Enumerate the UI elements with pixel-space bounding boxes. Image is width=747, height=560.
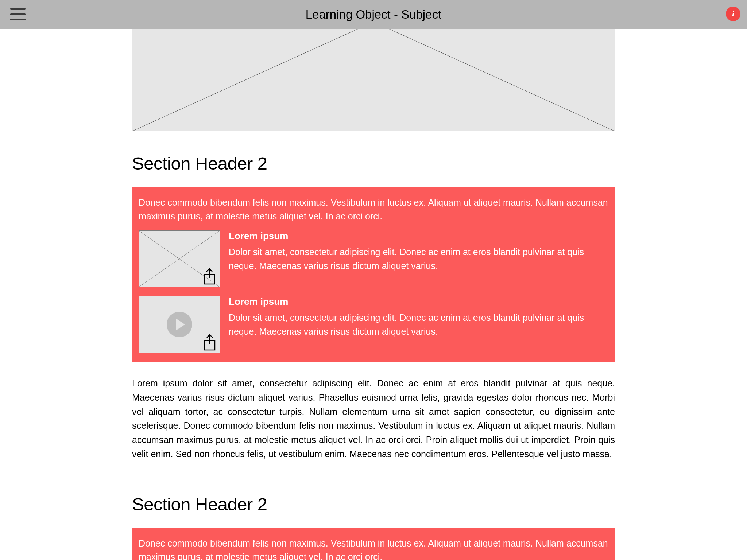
hero-image-placeholder (132, 29, 615, 131)
section-body: Lorem ipsum dolor sit amet, consectetur … (132, 376, 615, 461)
svg-line-0 (132, 29, 615, 131)
content-column: Section Header 2 Donec commodo bibendum … (132, 29, 615, 560)
highlight-intro: Donec commodo bibendum felis non maximus… (139, 196, 608, 223)
media-text: Lorem ipsum Dolor sit amet, consectetur … (229, 230, 608, 287)
media-row-video: Lorem ipsum Dolor sit amet, consectetur … (139, 296, 608, 353)
placeholder-cross-icon (132, 29, 615, 131)
media-row-image: Lorem ipsum Dolor sit amet, consectetur … (139, 230, 608, 287)
highlight-box: Donec commodo bibendum felis non maximus… (132, 528, 615, 560)
section-header: Section Header 2 (132, 494, 615, 517)
svg-line-1 (132, 29, 615, 131)
media-title: Lorem ipsum (229, 230, 608, 242)
media-title: Lorem ipsum (229, 296, 608, 307)
page-title: Learning Object - Subject (0, 8, 747, 22)
info-icon[interactable] (726, 7, 740, 21)
play-icon (167, 312, 192, 337)
share-icon[interactable] (202, 268, 217, 285)
content-scroll[interactable]: Section Header 2 Donec commodo bibendum … (0, 29, 747, 560)
video-thumbnail[interactable] (139, 296, 220, 353)
top-bar: Learning Object - Subject (0, 0, 747, 29)
media-description: Dolor sit amet, consectetur adipiscing e… (229, 245, 608, 273)
highlight-box: Donec commodo bibendum felis non maximus… (132, 187, 615, 362)
menu-icon[interactable] (10, 8, 26, 20)
highlight-intro: Donec commodo bibendum felis non maximus… (139, 537, 608, 560)
image-thumbnail[interactable] (139, 230, 220, 287)
section-header: Section Header 2 (132, 153, 615, 176)
media-description: Dolor sit amet, consectetur adipiscing e… (229, 311, 608, 338)
media-text: Lorem ipsum Dolor sit amet, consectetur … (229, 296, 608, 353)
share-icon[interactable] (202, 334, 217, 351)
